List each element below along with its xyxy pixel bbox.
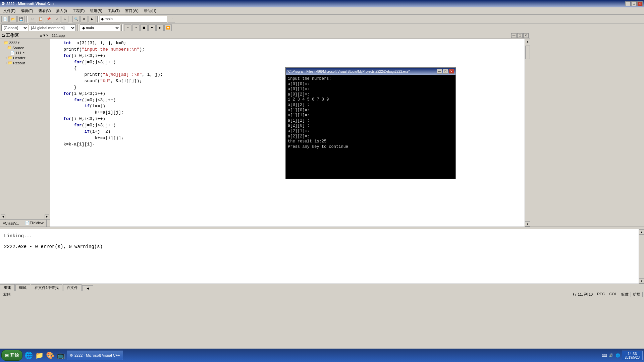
menu-file[interactable]: 文件(F) — [1, 8, 18, 14]
console-line-2: a[0][0]=: — [288, 82, 453, 87]
taskbar-icon-media[interactable]: 📺 — [56, 351, 65, 360]
sep5 — [121, 24, 123, 31]
console-line-11: a[2][1]=: — [288, 129, 453, 134]
redo-btn[interactable]: ↪ — [61, 16, 68, 22]
menu-project[interactable]: 工程(P) — [70, 8, 88, 14]
clock[interactable]: 14:36 2019/5/23 — [622, 351, 643, 360]
ws-header-folder[interactable]: + 📁 Header — [1, 55, 49, 60]
tab-find2[interactable]: 在文件 — [63, 284, 82, 291]
ws-scroll-left[interactable]: ◄ — [1, 215, 5, 219]
code-line-1: int a[3][3], i, j, k=0; — [53, 40, 527, 47]
console-title: "C:\Program Files (x86)\Microsoft Visual… — [287, 70, 410, 73]
tab-build[interactable]: 组建 — [0, 284, 15, 291]
bp-btn[interactable]: ● — [148, 24, 156, 31]
vscroll-thumb[interactable] — [525, 46, 530, 59]
maximize-button[interactable]: □ — [631, 1, 637, 6]
ws-root-label: 2222 f — [9, 41, 19, 45]
members-dropdown[interactable]: [All global members] — [29, 24, 76, 31]
globals-dropdown[interactable]: [Globals] — [1, 24, 28, 31]
tray-speaker[interactable]: 🔊 — [608, 353, 614, 358]
status-line-col: 行 11, 列 10 — [571, 292, 595, 297]
editor-max-btn[interactable]: □ — [517, 33, 523, 38]
vscroll-down[interactable]: ▼ — [525, 221, 530, 227]
copy-btn[interactable]: 📋 — [37, 16, 44, 22]
nav-btn[interactable]: → — [168, 16, 175, 22]
start-icon: ⊞ — [5, 353, 9, 358]
console-restore-btn[interactable]: □ — [443, 69, 448, 74]
dbg-btn[interactable]: ▶ — [156, 24, 164, 31]
vscroll-up[interactable]: ▲ — [525, 39, 530, 44]
menu-view[interactable]: 查看(V) — [36, 8, 54, 14]
workspace-header: 🗂 工作区 ▲▼✕ — [0, 32, 50, 39]
ws-tab-fileview[interactable]: 📄FileView — [22, 220, 46, 227]
search-input[interactable] — [100, 16, 167, 22]
console-line-5: 1 2 3 4 5 6 7 8 9 — [288, 97, 453, 103]
output-vscroll[interactable]: ▲ ▼ — [639, 229, 644, 284]
console-line-13: the result is:25 — [288, 139, 453, 144]
start-label: 开始 — [10, 352, 19, 358]
ws-tree: - 📁 2222 f - 📁 Source 📄 111.c + 📁 Header — [0, 39, 50, 214]
clock-date: 2019/5/23 — [625, 356, 640, 359]
cut-btn[interactable]: ✂ — [29, 16, 36, 22]
save-btn[interactable]: 💾 — [17, 16, 25, 22]
output-line-3: 2222.exe - 0 error(s), 0 warning(s) — [4, 244, 640, 249]
tab-arrow[interactable]: ◄ — [82, 285, 93, 291]
taskbar-vc-icon: ⚙ — [70, 353, 73, 358]
tab-debug[interactable]: 调试 — [15, 284, 30, 291]
output-line-1: Linking... — [4, 233, 640, 239]
tray-network[interactable]: 🌐 — [615, 353, 621, 358]
undo-btn[interactable]: ↩ — [53, 16, 60, 22]
run-btn[interactable]: ▶ — [89, 16, 96, 22]
console-line-8: a[1][1]=: — [288, 113, 453, 118]
nav-dropdown[interactable]: ◆ main — [80, 24, 120, 31]
tray-keyboard[interactable]: ⌨ — [602, 353, 607, 358]
back-btn[interactable]: ← — [124, 24, 131, 31]
menu-window[interactable]: 窗口(W) — [122, 8, 141, 14]
taskbar-icon-ie[interactable]: 🌐 — [24, 351, 33, 360]
taskbar-icon-folder[interactable]: 📁 — [35, 351, 44, 360]
ws-source-folder[interactable]: - 📁 Source — [1, 45, 49, 50]
ws-hscroll[interactable]: ◄ ► — [0, 214, 50, 219]
close-button[interactable]: ✕ — [637, 1, 643, 6]
taskbar-vc-label: 2222 - Microsoft Visual C++ — [74, 353, 120, 357]
ws-tab-classview[interactable]: ≡ClassV... — [0, 220, 22, 227]
minimize-button[interactable]: — — [625, 1, 631, 6]
paste-btn[interactable]: 📌 — [45, 16, 52, 22]
out-vscroll-down[interactable]: ▼ — [639, 278, 644, 284]
open-btn[interactable]: 📂 — [9, 16, 17, 22]
out-vscroll-up[interactable]: ▲ — [639, 229, 644, 235]
editor-controls: — □ ✕ — [511, 33, 529, 38]
ws-scroll-right[interactable]: ► — [45, 215, 49, 219]
taskbar-icon-paint[interactable]: 🎨 — [45, 351, 55, 360]
console-line-4: a[0][2]=: — [288, 92, 453, 98]
editor-min-btn[interactable]: — — [511, 33, 517, 38]
menu-insert[interactable]: 插入(I) — [53, 8, 69, 14]
find-btn[interactable]: 🔍 — [72, 16, 80, 22]
ws-resource-folder[interactable]: + 📁 Resour — [1, 60, 49, 65]
console-min-btn[interactable]: — — [437, 69, 442, 74]
tab-find1[interactable]: 在文件1中查找 — [31, 284, 62, 291]
compile-btn[interactable]: ⚙ — [80, 16, 88, 22]
console-close-btn[interactable]: ✕ — [449, 69, 454, 74]
status-ready: 就绪 — [1, 292, 13, 297]
editor-vscroll[interactable]: ▲ ▼ — [525, 39, 530, 227]
console-line-1: input the numbers: — [288, 76, 453, 82]
start-button[interactable]: ⊞ 开始 — [1, 350, 22, 361]
ws-file[interactable]: 📄 111.c — [1, 50, 49, 55]
dbg2-btn[interactable]: ⏩ — [164, 24, 172, 31]
workspace-controls[interactable]: ▲▼✕ — [39, 34, 49, 37]
vscroll-track — [525, 44, 530, 221]
ws-res-expand: + — [5, 61, 7, 65]
new-btn[interactable]: 📄 — [1, 16, 9, 22]
ws-root[interactable]: - 📁 2222 f — [1, 40, 49, 45]
menu-build[interactable]: 组建(B) — [87, 8, 105, 14]
menu-help[interactable]: 帮助(H) — [141, 8, 159, 14]
console-line-10: a[2][0]=: — [288, 123, 453, 129]
editor-close-btn[interactable]: ✕ — [523, 33, 529, 38]
menu-tools[interactable]: 工具(T) — [105, 8, 122, 14]
taskbar-vc-item[interactable]: ⚙ 2222 - Microsoft Visual C++ — [67, 351, 123, 360]
menu-edit[interactable]: 编辑(E) — [18, 8, 36, 14]
stop-btn[interactable]: ⏹ — [140, 24, 148, 31]
console-line-3: a[0][1]=: — [288, 87, 453, 92]
fwd-btn[interactable]: → — [132, 24, 140, 31]
